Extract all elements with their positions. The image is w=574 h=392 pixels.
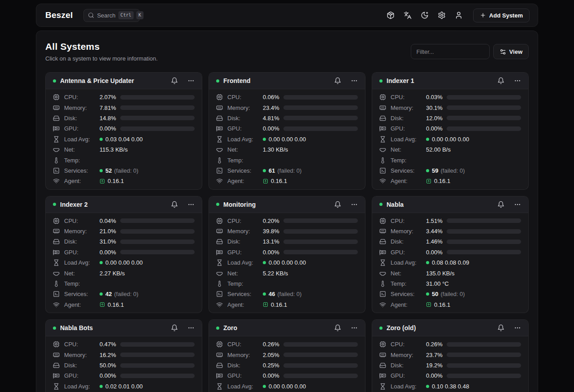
metric-value: 0.00 0.00 0.00	[432, 136, 469, 143]
system-card[interactable]: Zoro (old) CPU: 0.26% Memory: 23.7%	[372, 319, 529, 392]
filter-input[interactable]	[411, 44, 490, 59]
metric-value: 0.00 0.00 0.00	[269, 383, 306, 390]
metric-row-net: Net: 52.00 B/s	[379, 144, 521, 155]
metric-label: Temp:	[391, 280, 422, 287]
bell-icon[interactable]	[497, 324, 504, 331]
bell-icon[interactable]	[334, 201, 341, 208]
metric-row-load-avg: Load Avg: 0.00 0.00 0.00	[379, 134, 521, 144]
metric-value: 12.0%	[426, 115, 444, 122]
metric-label: Services:	[227, 167, 259, 174]
bell-icon[interactable]	[171, 201, 178, 208]
metric-value: 0.00%	[263, 249, 281, 256]
metric-row-memory: Memory: 23.7%	[379, 349, 521, 360]
languages-icon[interactable]	[401, 9, 414, 22]
system-card[interactable]: Indexer 1 CPU: 0.03% Memory: 30.1%	[372, 72, 529, 190]
ellipsis-icon[interactable]	[187, 324, 195, 331]
ok-dot	[263, 385, 266, 388]
package-icon[interactable]	[384, 9, 397, 22]
agent-version: 0.16.1	[108, 178, 124, 184]
search-placeholder: Search	[97, 12, 115, 19]
system-card[interactable]: Nabla Bots CPU: 0.47% Memory: 16.2%	[45, 319, 202, 392]
metric-label: Load Avg:	[64, 383, 96, 390]
search-icon	[88, 12, 94, 18]
app-logo[interactable]: Beszel	[45, 10, 73, 20]
bell-icon[interactable]	[171, 324, 178, 331]
metric-row-load-avg: Load Avg: 0.00 0.00 0.00	[53, 257, 195, 268]
disk-icon	[379, 362, 387, 369]
metric-label: Load Avg:	[64, 259, 96, 266]
metric-label: Services:	[64, 167, 96, 174]
bell-icon[interactable]	[497, 77, 504, 84]
metric-value: 0.00%	[263, 125, 281, 132]
metric-row-temp: Temp:	[216, 279, 358, 289]
metric-value: 0.10 0.38 0.48	[432, 383, 469, 390]
search-input[interactable]: Search Ctrl K	[83, 9, 140, 22]
metric-label: Net:	[227, 146, 259, 153]
hourglass-icon	[53, 136, 60, 143]
panel-controls: View	[411, 44, 529, 59]
bell-icon[interactable]	[497, 201, 504, 208]
system-card[interactable]: Monitoring CPU: 0.20% Memory: 39.8%	[209, 196, 365, 314]
bell-icon[interactable]	[334, 77, 341, 84]
metric-row-cpu: CPU: 0.20%	[216, 216, 358, 226]
metric-row-cpu: CPU: 2.07%	[53, 92, 195, 102]
system-card[interactable]: Antenna & Price Updater CPU: 2.07% Memor…	[45, 72, 202, 190]
add-system-label: Add System	[489, 12, 523, 19]
view-button[interactable]: View	[493, 44, 529, 59]
ethernet-icon	[379, 270, 387, 277]
system-card[interactable]: Zoro CPU: 0.26% Memory: 2.05%	[209, 319, 365, 392]
memory-icon	[53, 228, 60, 235]
services-icon	[379, 291, 387, 297]
settings-icon[interactable]	[435, 9, 448, 22]
metric-label: Net:	[391, 146, 422, 153]
add-system-button[interactable]: Add System	[473, 9, 530, 22]
metric-row-services: Services: 42 (failed: 0)	[53, 289, 195, 299]
system-metrics: CPU: 1.51% Memory: 3.44% Disk: 1.46%	[372, 213, 528, 313]
moon-icon[interactable]	[418, 9, 431, 22]
bell-icon[interactable]	[171, 77, 178, 84]
metric-label: Load Avg:	[64, 136, 96, 143]
metric-label: Memory:	[227, 228, 259, 235]
metric-value: 0.00%	[426, 372, 444, 379]
metric-label: GPU:	[391, 125, 422, 132]
metric-label: GPU:	[391, 249, 422, 256]
system-card[interactable]: Indexer 2 CPU: 0.04% Memory: 21.0%	[45, 196, 202, 314]
metric-value: 0.04%	[100, 218, 117, 224]
ellipsis-icon[interactable]	[351, 77, 358, 84]
ellipsis-icon[interactable]	[351, 324, 358, 331]
status-up-dot	[53, 203, 56, 206]
system-card[interactable]: Nabla CPU: 1.51% Memory: 3.44%	[372, 196, 529, 314]
ok-dot	[100, 292, 103, 296]
services-count: 42	[105, 291, 112, 297]
metric-label: CPU:	[227, 341, 259, 348]
metric-label: Load Avg:	[391, 259, 422, 266]
disk-icon	[379, 115, 387, 122]
ellipsis-icon[interactable]	[514, 201, 521, 208]
ok-dot	[426, 169, 429, 172]
metric-row-agent: Agent: 0.16.1	[53, 176, 195, 186]
status-up-dot	[216, 203, 219, 206]
ellipsis-icon[interactable]	[187, 77, 195, 84]
ok-dot	[426, 292, 429, 296]
system-name: Monitoring	[223, 201, 256, 208]
user-icon[interactable]	[452, 9, 465, 22]
ellipsis-icon[interactable]	[351, 201, 358, 208]
progress-track	[447, 250, 521, 254]
metric-row-memory: Memory: 7.81%	[53, 102, 195, 113]
metric-row-agent: Agent: 0.16.1	[216, 300, 358, 310]
metric-row-services: Services: 52 (failed: 0)	[53, 166, 195, 176]
thermometer-icon	[216, 157, 223, 164]
system-card-header: Nabla Bots	[46, 320, 202, 336]
agent-version-icon	[263, 302, 268, 307]
bell-icon[interactable]	[334, 324, 341, 331]
system-name: Indexer 2	[60, 201, 87, 208]
metric-row-memory: Memory: 39.8%	[216, 226, 358, 236]
system-metrics: CPU: 0.04% Memory: 21.0% Disk: 31.0%	[46, 213, 202, 313]
ellipsis-icon[interactable]	[187, 201, 195, 208]
metric-label: Services:	[391, 167, 422, 174]
ellipsis-icon[interactable]	[514, 77, 521, 84]
metric-row-net: Net: 115.3 KB/s	[53, 144, 195, 155]
ellipsis-icon[interactable]	[514, 324, 521, 331]
system-card[interactable]: Frontend CPU: 0.06% Memory: 23.4%	[209, 72, 365, 190]
system-card-header: Indexer 2	[46, 196, 202, 213]
